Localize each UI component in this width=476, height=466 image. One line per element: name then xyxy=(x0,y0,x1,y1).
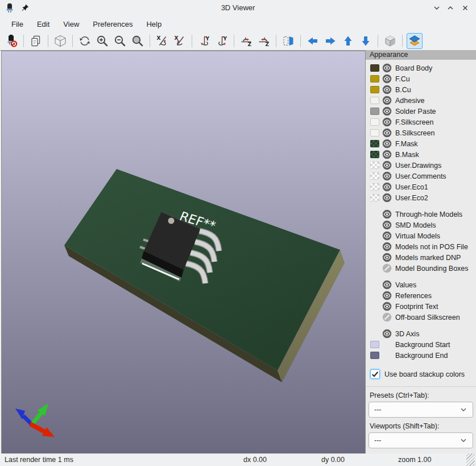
resize-grip[interactable] xyxy=(466,453,475,466)
visibility-eye-off-icon[interactable] xyxy=(382,263,392,273)
render-time-status: Last render time 1 ms xyxy=(5,453,73,466)
visibility-eye-icon[interactable] xyxy=(382,182,392,192)
rotate-x-ccw-button[interactable]: X xyxy=(172,33,188,49)
visibility-eye-icon[interactable] xyxy=(382,242,392,251)
color-swatch[interactable] xyxy=(370,86,379,93)
raytracing-button[interactable] xyxy=(382,33,398,49)
flip-board-button[interactable] xyxy=(280,33,296,49)
menu-file[interactable]: File xyxy=(5,18,30,31)
rotate-z-ccw-button[interactable]: Z xyxy=(256,33,272,49)
render-options-icon xyxy=(53,34,67,48)
refresh-view-button[interactable] xyxy=(77,33,93,49)
zoom-out-button[interactable] xyxy=(112,33,128,49)
visibility-eye-icon[interactable] xyxy=(382,160,392,170)
visibility-eye-icon[interactable] xyxy=(382,117,392,127)
color-swatch[interactable] xyxy=(370,75,379,83)
color-swatch[interactable] xyxy=(370,162,379,169)
toolbar-separator xyxy=(276,35,276,47)
layer-label: SMD Models xyxy=(395,221,436,229)
maximize-button[interactable] xyxy=(445,3,456,13)
rotate-y-cw-icon: Y xyxy=(197,34,211,48)
zoom-in-button[interactable] xyxy=(94,33,110,49)
layer-label: F.Cu xyxy=(395,75,410,83)
rotate-x-cw-button[interactable]: X xyxy=(154,33,170,49)
visibility-eye-icon[interactable] xyxy=(382,128,392,138)
use-board-stackup-colors-checkbox[interactable] xyxy=(370,369,380,379)
rotate-y-cw-button[interactable]: Y xyxy=(196,33,212,49)
layer-label: Board Body xyxy=(395,64,432,72)
rotate-z-cw-button[interactable]: Z xyxy=(238,33,254,49)
visibility-eye-icon[interactable] xyxy=(382,302,392,311)
visibility-eye-icon[interactable] xyxy=(382,63,392,73)
copy-button[interactable] xyxy=(28,33,44,49)
layer-row-user-eco1: User.Eco1 xyxy=(366,182,476,192)
render-options-button[interactable] xyxy=(52,33,68,49)
3d-viewport[interactable]: REF** xyxy=(1,51,366,454)
menu-view[interactable]: View xyxy=(56,18,86,31)
rotate-y-ccw-icon: Y xyxy=(215,34,229,48)
pan-right-button[interactable] xyxy=(322,33,338,49)
color-swatch[interactable] xyxy=(370,97,379,104)
menu-edit[interactable]: Edit xyxy=(30,18,56,31)
menu-help[interactable]: Help xyxy=(139,18,168,31)
color-swatch[interactable] xyxy=(370,64,379,72)
color-swatch[interactable] xyxy=(370,140,379,147)
layer-label: Model Bounding Boxes xyxy=(395,265,469,273)
layer-row-user-comments: User.Comments xyxy=(366,171,476,182)
close-button[interactable] xyxy=(460,3,470,13)
appearance-layers-button[interactable] xyxy=(407,33,423,49)
svg-text:X: X xyxy=(175,35,179,41)
layer-label: 3D Axis xyxy=(395,330,419,338)
visibility-eye-icon[interactable] xyxy=(382,253,392,262)
visibility-eye-icon[interactable] xyxy=(382,280,392,290)
color-swatch[interactable] xyxy=(370,183,379,191)
visibility-eye-icon[interactable] xyxy=(382,220,392,230)
menu-preferences[interactable]: Preferences xyxy=(86,18,139,31)
layer-label: User.Drawings xyxy=(395,162,441,170)
pan-left-button[interactable] xyxy=(305,33,321,49)
visibility-eye-icon[interactable] xyxy=(382,193,392,203)
visibility-eye-off-icon[interactable] xyxy=(382,312,392,322)
visibility-eye-icon[interactable] xyxy=(382,74,392,84)
zoom-out-icon xyxy=(113,34,127,48)
color-swatch[interactable] xyxy=(370,108,379,115)
layer-row-b-silkscreen: B.Silkscreen xyxy=(366,127,476,138)
viewports-dropdown[interactable]: --- xyxy=(369,432,473,448)
3d-scene[interactable]: REF** xyxy=(2,51,365,453)
visibility-eye-icon[interactable] xyxy=(382,171,392,181)
color-swatch[interactable] xyxy=(370,151,379,158)
reload-board-button[interactable] xyxy=(3,33,19,49)
pan-down-button[interactable] xyxy=(358,33,374,49)
toolbar-separator xyxy=(72,35,73,47)
visibility-eye-icon[interactable] xyxy=(382,139,392,149)
visibility-eye-icon[interactable] xyxy=(382,106,392,116)
titlebar: 3D Viewer xyxy=(0,0,476,16)
color-swatch[interactable] xyxy=(370,129,379,137)
appearance-layers-icon xyxy=(408,34,421,48)
pan-up-button[interactable] xyxy=(340,33,356,49)
visibility-eye-icon[interactable] xyxy=(382,231,392,241)
visibility-eye-icon[interactable] xyxy=(382,150,392,159)
color-swatch[interactable] xyxy=(370,194,379,201)
visibility-eye-icon[interactable] xyxy=(382,329,392,339)
svg-text:X: X xyxy=(157,35,161,41)
visibility-eye-icon[interactable] xyxy=(382,291,392,300)
rotate-y-ccw-button[interactable]: Y xyxy=(214,33,230,49)
presets-value: --- xyxy=(374,406,382,414)
toolbar-separator xyxy=(378,35,378,47)
appearance-panel: Appearance Board BodyF.CuB.CuAdhesiveSol… xyxy=(366,50,476,453)
layer-row-footprint-text: Footprint Text xyxy=(366,301,476,312)
minimize-button[interactable] xyxy=(432,3,442,13)
color-swatch[interactable] xyxy=(370,172,379,180)
color-swatch[interactable] xyxy=(370,341,379,348)
color-swatch[interactable] xyxy=(370,118,379,126)
presets-dropdown[interactable]: --- xyxy=(369,402,473,418)
visibility-eye-icon[interactable] xyxy=(382,209,392,219)
visibility-eye-icon[interactable] xyxy=(382,96,392,105)
pin1-dot xyxy=(168,218,175,224)
zoom-fit-button[interactable] xyxy=(130,33,146,49)
color-swatch[interactable] xyxy=(370,352,379,359)
pan-right-icon xyxy=(324,34,337,48)
layer-row-smd-models: SMD Models xyxy=(366,220,476,230)
visibility-eye-icon[interactable] xyxy=(382,85,392,94)
